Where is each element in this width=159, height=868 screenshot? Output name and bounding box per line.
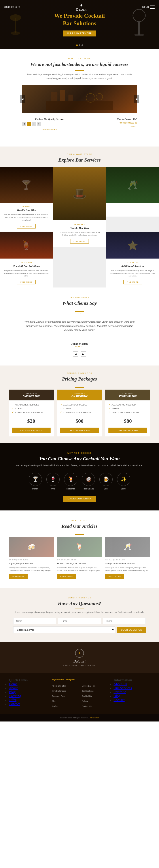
nav-dot-1[interactable]: 1 [27, 122, 31, 126]
pricing-feature-0-1: ✓ 4 DRINK [12, 407, 51, 410]
cocktail-icons-row: 🍸 Martini 🍷 Wine 🍹 Margarita 🥥 Pina Cola… [13, 473, 146, 490]
plan-button-2[interactable]: CHOOSE PACKAGE [108, 428, 147, 433]
hero-cta-button[interactable]: HIRE A BARTENDER [63, 31, 96, 36]
pricing-grid: STANDARD Standart Mix ✓ ALL ALCOHOL INCL… [9, 390, 150, 436]
bar-services-tag: BAR & WAIT STAFF [9, 153, 150, 155]
plan-tag-2: STANDARD [108, 392, 148, 394]
cocktail-margarita[interactable]: 🍹 Margarita [64, 473, 77, 490]
testimonial-prev-button[interactable]: ◀ [73, 351, 78, 356]
testimonial-next-button[interactable]: ▶ [81, 351, 86, 356]
pricing-feature-1-0: ✓ ALL ALCOHOL INCLUDED [60, 403, 99, 406]
footer-info-link-5[interactable]: Mobile Bar Hire [82, 683, 107, 687]
slider-next-button[interactable]: ▶ [134, 95, 139, 103]
cocktail-beer-label: Beer [99, 487, 113, 490]
cocktail-exotic[interactable]: ✨ Exotic [117, 473, 130, 490]
article-title-1: How to Choose your Cocktail [57, 562, 102, 565]
nav-dot-2[interactable]: 2 [32, 122, 36, 126]
service-name-1: Double Bar Hire [56, 226, 103, 230]
pricing-body-standart: ✓ ALL ALCOHOL INCLUDED ✓ 4 DRINK ✓ 2 BAR… [9, 400, 54, 436]
explore-heading: Explore The Quality Services [22, 118, 77, 120]
nav-next[interactable]: ▶ [37, 122, 41, 126]
explore-contact-row: Explore The Quality Services ◀ 1 2 ▶ LEA… [13, 118, 146, 138]
article-card-1: 🍹 BY DAIQUIRI BLOG How to Choose your Co… [57, 537, 102, 579]
testimonial-quote: "We hired Daiquiri for our wedding and e… [24, 320, 135, 332]
service-name-3: Additional Services [109, 265, 156, 268]
hero-title: We Provide Cocktail Bar Solutions [54, 12, 105, 27]
footer-info-link-2[interactable]: Premium Plan [52, 694, 77, 698]
wine-icon: 🍷 [46, 473, 60, 486]
learn-more-link[interactable]: LEARN MORE [42, 128, 57, 131]
service-tag-0: TOP RATED [3, 206, 50, 208]
check-icon: ✓ [108, 407, 110, 410]
cocktail-martini[interactable]: 🍸 Martini [29, 473, 42, 490]
submit-button[interactable]: YOUR QUESTION [117, 627, 146, 633]
service-btn-3[interactable]: FIND MORE [123, 280, 142, 284]
contact-email-link[interactable]: EMAIL [130, 125, 137, 127]
footer-logo-text: Daiquiri [9, 659, 150, 663]
pricing-tag: SPRING PACKAGES [9, 372, 150, 374]
svg-rect-7 [51, 92, 57, 101]
footer-link-contact[interactable]: Contact [9, 702, 45, 706]
service-desc-0: Our bar on wheels for hire at the heart … [3, 214, 50, 221]
footer-information-link-1[interactable]: Our Services [114, 686, 150, 690]
footer-information-link-4[interactable]: Contact [114, 698, 150, 702]
order-drink-button[interactable]: ORDER ANY DRINK [63, 496, 96, 502]
testimonials-section: TESTIMONIALS What Clients Say " "We hire… [0, 287, 159, 366]
footer-information-link-3[interactable]: Blog [114, 694, 150, 698]
slider-prev-button[interactable]: ◀ [20, 95, 25, 103]
theme-credit-link[interactable]: ThemeREX [90, 717, 99, 719]
footer-info-link-4[interactable]: Gallery [52, 704, 77, 708]
cocktail-beer[interactable]: 🍺 Beer [99, 473, 113, 490]
menu-button[interactable]: MENU [142, 5, 155, 9]
footer-info-link-6[interactable]: Bar Solutions [82, 688, 107, 692]
article-btn-0[interactable]: READ MORE [9, 574, 28, 579]
footer-information-link-2[interactable]: Portfolio [114, 690, 150, 694]
hero-dots [76, 44, 83, 46]
footer-link-offer[interactable]: Offer [9, 698, 45, 702]
explore-nav[interactable]: ◀ 1 2 ▶ [22, 122, 77, 126]
footer-info-link-7[interactable]: Cocktail Bar [82, 694, 107, 698]
slider-image [22, 85, 137, 113]
footer-info-link-8[interactable]: Gallery [82, 699, 107, 703]
testimonials-heading: What Clients Say [13, 300, 146, 306]
nav-prev[interactable]: ◀ [22, 122, 26, 126]
phone-input[interactable] [103, 618, 146, 624]
check-icon: ✓ [12, 403, 14, 406]
articles-heading: Read Our Articles [9, 523, 150, 529]
footer-info-link-3[interactable]: Blog [52, 699, 77, 703]
check-icon: ✓ [108, 403, 110, 406]
article-btn-2[interactable]: READ MORE [105, 574, 124, 579]
plan-tag-1: STANDARD [60, 392, 99, 394]
footer-link-catering[interactable]: Catering [9, 694, 45, 698]
footer-info-link-0[interactable]: About Our Offer [52, 683, 77, 687]
cocktail-wine[interactable]: 🍷 Wine [46, 473, 60, 490]
svg-point-3 [133, 9, 145, 22]
service-select[interactable]: Choose a Service [13, 626, 115, 633]
service-desc-2: We prepare innovative drinks creations. … [3, 269, 50, 277]
check-icon: ✓ [60, 407, 62, 410]
footer-info-link-1[interactable]: Hire Bartenders [52, 688, 77, 692]
article-btn-1[interactable]: READ MORE [57, 574, 76, 579]
explore-block: Explore The Quality Services ◀ 1 2 ▶ LEA… [22, 118, 77, 131]
image-slider: ◀ ▶ [22, 85, 137, 113]
article-title-2: 4 Ways to Be a Great Waitress [105, 562, 150, 565]
pricing-feature-2-0: ✓ ALL ALCOHOL INCLUDED [108, 403, 147, 406]
footer-info-link-9[interactable]: Contact Us [82, 704, 107, 708]
cocktail-pina-colada[interactable]: 🥥 Pina Colada [82, 473, 95, 490]
service-btn-1[interactable]: FIND MORE [70, 239, 89, 244]
service-btn-0[interactable]: FIND MORE [17, 224, 36, 228]
footer-link-about[interactable]: About [9, 686, 45, 690]
contact-phone: +44 000 0000000 00 [82, 122, 137, 124]
service-btn-2[interactable]: FIND MORE [17, 280, 36, 284]
footer-information-link-0[interactable]: About Us [114, 682, 150, 686]
cocktail-martini-label: Martini [29, 487, 42, 490]
name-input[interactable] [13, 618, 56, 624]
footer-info-list-1: About Our Offer Hire Bartenders Premium … [52, 683, 77, 708]
article-meta-0: BY DAIQUIRI BLOG [9, 559, 54, 561]
service-tag-2: FEATURED [3, 261, 50, 264]
email-input[interactable] [58, 618, 101, 624]
plan-button-1[interactable]: CHOOSE PACKAGE [60, 428, 99, 433]
footer-link-home[interactable]: Home [9, 682, 45, 686]
plan-button-0[interactable]: CHOOSE PACKAGE [12, 428, 51, 433]
footer-link-blog[interactable]: Blog [9, 690, 45, 694]
